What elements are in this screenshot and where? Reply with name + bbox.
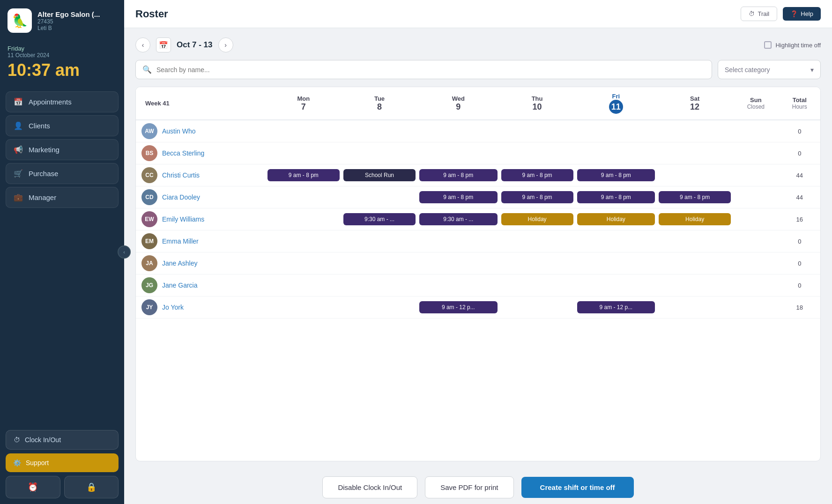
clock-inout-button[interactable]: ⏱ Clock In/Out [6,430,119,450]
shift-cell-sat[interactable] [657,296,733,319]
shift-cell-sat[interactable] [657,120,733,142]
prev-week-button[interactable]: ‹ [135,37,150,52]
shift-cell-sat[interactable]: Holiday [657,208,733,230]
shift-cell-thu[interactable]: Holiday [499,208,575,230]
support-button[interactable]: ⚙️ Support [6,453,119,472]
shift-block[interactable]: 9 am - 8 pm [267,169,340,181]
shift-cell-fri[interactable]: 9 am - 8 pm [575,186,657,208]
shift-cell-fri[interactable]: 9 am - 12 p... [575,296,657,319]
shift-cell-wed[interactable] [417,274,499,296]
category-select[interactable]: Select category ▾ [718,60,821,79]
sidebar-item-clients[interactable]: 👤 Clients [6,115,119,136]
shift-cell-sun[interactable] [733,252,779,274]
shift-cell-sun[interactable] [733,186,779,208]
shift-cell-wed[interactable] [417,252,499,274]
shift-cell-sun[interactable] [733,208,779,230]
create-shift-button[interactable]: Create shift or time off [521,477,634,498]
shift-cell-thu[interactable] [499,296,575,319]
shift-block[interactable]: 9 am - 8 pm [501,191,573,203]
shift-cell-mon[interactable] [266,252,342,274]
shift-cell-sat[interactable]: 9 am - 8 pm [657,186,733,208]
shift-cell-fri[interactable]: Holiday [575,208,657,230]
shift-cell-fri[interactable] [575,230,657,252]
shift-cell-thu[interactable] [499,120,575,142]
sidebar-item-manager[interactable]: 💼 Manager [6,187,119,208]
shift-block[interactable]: 9 am - 8 pm [419,169,497,181]
clock-circle-button[interactable]: ⏰ [6,476,60,498]
shift-cell-mon[interactable] [266,120,342,142]
shift-cell-mon[interactable] [266,296,342,319]
shift-cell-mon[interactable]: 9 am - 8 pm [266,164,342,186]
shift-cell-tue[interactable]: School Run [342,164,417,186]
shift-block[interactable]: 9 am - 8 pm [659,191,731,203]
shift-cell-mon[interactable] [266,142,342,164]
shift-cell-fri[interactable] [575,274,657,296]
search-input[interactable] [156,66,705,74]
shift-cell-mon[interactable] [266,186,342,208]
shift-cell-tue[interactable] [342,142,417,164]
shift-cell-thu[interactable]: 9 am - 8 pm [499,164,575,186]
shift-cell-thu[interactable] [499,252,575,274]
shift-block[interactable]: Holiday [577,213,655,225]
employee-name[interactable]: Becca Sterling [162,149,204,157]
shift-block[interactable]: School Run [343,169,416,181]
shift-cell-sat[interactable] [657,164,733,186]
employee-name[interactable]: Ciara Dooley [162,193,200,201]
shift-cell-tue[interactable] [342,252,417,274]
shift-cell-thu[interactable]: 9 am - 8 pm [499,186,575,208]
shift-cell-thu[interactable] [499,274,575,296]
shift-cell-sat[interactable] [657,252,733,274]
shift-block[interactable]: 9 am - 12 p... [419,301,497,313]
shift-cell-thu[interactable] [499,142,575,164]
shift-block[interactable]: 9:30 am - ... [343,213,416,225]
shift-cell-sun[interactable] [733,142,779,164]
employee-name[interactable]: Jane Ashley [162,259,198,267]
shift-cell-fri[interactable] [575,142,657,164]
disable-clock-button[interactable]: Disable Clock In/Out [322,476,417,498]
employee-name[interactable]: Jo York [162,304,184,311]
shift-cell-tue[interactable]: 9:30 am - ... [342,208,417,230]
shift-cell-tue[interactable] [342,230,417,252]
shift-cell-tue[interactable] [342,274,417,296]
trail-button[interactable]: ⏱ Trail [741,7,777,21]
shift-cell-sat[interactable] [657,274,733,296]
sidebar-item-marketing[interactable]: 📢 Marketing [6,139,119,160]
shift-cell-wed[interactable] [417,230,499,252]
shift-cell-wed[interactable]: 9 am - 12 p... [417,296,499,319]
shift-cell-fri[interactable] [575,120,657,142]
shift-cell-mon[interactable] [266,208,342,230]
highlight-timeoff-checkbox[interactable] [764,41,772,49]
shift-cell-sat[interactable] [657,142,733,164]
shift-cell-sun[interactable] [733,120,779,142]
shift-cell-sun[interactable] [733,164,779,186]
shift-block[interactable]: 9 am - 8 pm [501,169,573,181]
employee-name[interactable]: Emma Miller [162,237,199,245]
shift-cell-fri[interactable]: 9 am - 8 pm [575,164,657,186]
shift-cell-wed[interactable]: 9 am - 8 pm [417,164,499,186]
help-button[interactable]: ❓ Help [783,7,821,21]
shift-cell-wed[interactable] [417,142,499,164]
shift-block[interactable]: 9 am - 8 pm [577,169,655,181]
next-week-button[interactable]: › [218,37,233,52]
save-pdf-button[interactable]: Save PDF for print [425,476,513,498]
shift-cell-fri[interactable] [575,252,657,274]
sidebar-collapse-button[interactable]: ‹ [118,245,131,259]
employee-name[interactable]: Jane Garcia [162,282,197,289]
shift-cell-wed[interactable] [417,120,499,142]
shift-cell-sun[interactable] [733,274,779,296]
sidebar-item-appointments[interactable]: 📅 Appointments [6,91,119,112]
shift-block[interactable]: Holiday [501,213,573,225]
shift-cell-wed[interactable]: 9:30 am - ... [417,208,499,230]
shift-cell-sun[interactable] [733,230,779,252]
shift-cell-sun[interactable] [733,296,779,319]
shift-block[interactable]: 9:30 am - ... [419,213,497,225]
shift-cell-mon[interactable] [266,274,342,296]
shift-block[interactable]: 9 am - 8 pm [419,191,497,203]
employee-name[interactable]: Emily Williams [162,215,204,223]
shift-cell-tue[interactable] [342,186,417,208]
employee-name[interactable]: Christi Curtis [162,171,200,179]
calendar-picker-button[interactable]: 📅 [156,37,171,52]
sidebar-item-purchase[interactable]: 🛒 Purchase [6,163,119,184]
shift-cell-tue[interactable] [342,296,417,319]
lock-button[interactable]: 🔒 [64,476,119,498]
